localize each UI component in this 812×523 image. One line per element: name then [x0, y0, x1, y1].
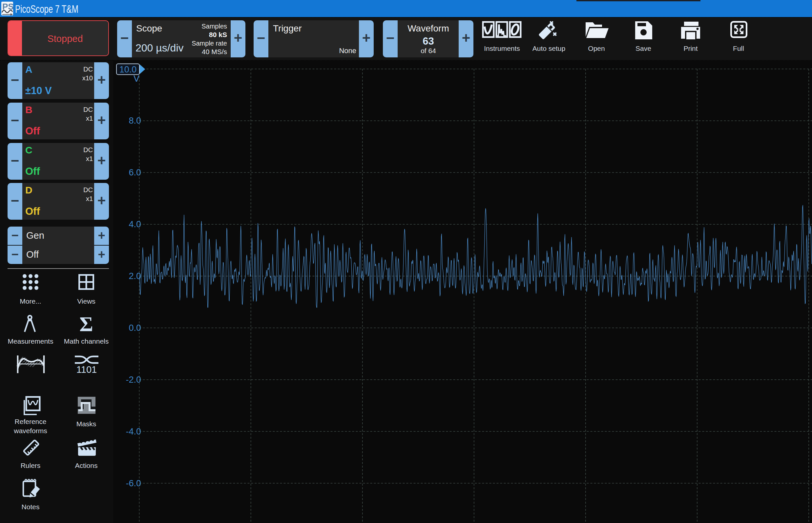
svg-text:0.0: 0.0 — [129, 323, 141, 333]
svg-text:4.0: 4.0 — [129, 219, 141, 229]
svg-text:6.0: 6.0 — [129, 167, 141, 177]
svg-text:-6.0: -6.0 — [126, 479, 141, 488]
svg-text:2.0: 2.0 — [129, 271, 141, 281]
svg-text:V: V — [134, 74, 139, 84]
svg-text:-2.0: -2.0 — [126, 375, 141, 385]
svg-text:8.0: 8.0 — [129, 116, 141, 126]
svg-text:-4.0: -4.0 — [126, 427, 141, 436]
svg-text:10.0: 10.0 — [119, 65, 137, 74]
